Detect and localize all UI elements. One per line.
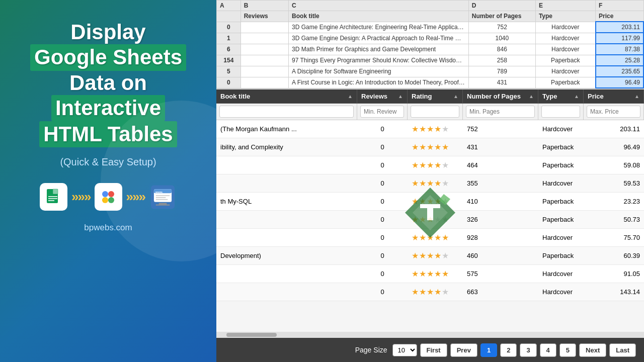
ss-booktitle-header: Book title <box>289 11 469 22</box>
star-full: ★ <box>427 269 434 279</box>
page-5-button[interactable]: 5 <box>559 343 576 357</box>
ss-cell-f: 117.99 <box>596 33 643 44</box>
td-reviews: 0 <box>357 193 408 211</box>
first-button[interactable]: First <box>420 343 447 357</box>
td-booktitle <box>216 174 357 193</box>
filter-input-reviews-container <box>357 104 408 120</box>
ss-cell-a: 154 <box>217 55 241 66</box>
td-booktitle: ibility, and Complexity <box>216 138 357 156</box>
scrollbar-thumb[interactable] <box>226 333 277 337</box>
td-price: 203.11 <box>584 120 644 138</box>
td-booktitle <box>216 156 357 174</box>
ss-type-header: Type <box>535 11 595 22</box>
main-title: Display Google Sheets Data on Interactiv… <box>30 20 186 147</box>
star-full: ★ <box>434 142 441 152</box>
page-1-button[interactable]: 1 <box>480 343 497 357</box>
star-full: ★ <box>419 251 426 260</box>
filter-input-pages[interactable] <box>466 106 535 118</box>
td-pages: 752 <box>463 120 538 138</box>
filter-input-price[interactable] <box>587 106 640 118</box>
star-full: ★ <box>427 233 434 242</box>
td-booktitle <box>216 211 357 229</box>
star-half: ★ <box>434 287 441 297</box>
td-price: 50.73 <box>584 211 644 229</box>
td-type: Paperback <box>538 211 584 229</box>
star-rating: ★★★★★ <box>412 251 449 260</box>
ss-cell-c: 97 Things Every Programmer Should Know: … <box>289 55 469 66</box>
star-half: ★ <box>434 197 441 206</box>
ss-cell-d: 789 <box>468 66 535 77</box>
td-reviews: 0 <box>357 211 408 229</box>
td-reviews: 0 <box>357 265 408 283</box>
star-empty: ★ <box>434 215 441 224</box>
page-3-button[interactable]: 3 <box>520 343 536 357</box>
td-rating: ★★★★★ <box>408 156 463 174</box>
star-half: ★ <box>434 124 441 134</box>
star-rating: ★★★★★ <box>412 142 449 152</box>
ss-reviews-header: Reviews <box>240 11 288 22</box>
next-button[interactable]: Next <box>579 343 606 357</box>
filter-input-booktitle[interactable] <box>219 106 354 118</box>
filter-header-booktitle[interactable]: Book title ▲ <box>216 89 357 103</box>
star-full: ★ <box>427 287 434 297</box>
ss-cell-f: 203.11 <box>596 22 643 33</box>
td-pages: 575 <box>463 265 538 283</box>
td-pages: 355 <box>463 174 538 193</box>
filter-input-type[interactable] <box>541 106 580 118</box>
filter-input-rating[interactable] <box>411 106 459 118</box>
last-button[interactable]: Last <box>609 343 636 357</box>
svg-rect-2 <box>53 189 58 194</box>
ss-cell-f: 87.38 <box>596 44 643 55</box>
table-row: th My-SQL 0 ★★★★★ 410 Paperback 23.23 <box>216 193 644 211</box>
filter-header-type[interactable]: Type ▲ <box>538 89 584 103</box>
star-full: ★ <box>412 197 419 206</box>
ss-cell-d: 431 <box>468 77 535 88</box>
svg-rect-4 <box>48 196 57 197</box>
filter-header-reviews[interactable]: Reviews ▲ <box>357 89 408 103</box>
ss-row: 5 A Discipline for Software Engineering … <box>217 66 644 77</box>
page-2-button[interactable]: 2 <box>500 343 517 357</box>
google-sheets-icon <box>40 183 67 211</box>
svg-rect-17 <box>159 203 167 205</box>
td-type: Paperback <box>538 156 584 174</box>
star-empty: ★ <box>442 124 449 134</box>
td-pages: 928 <box>463 229 538 247</box>
ss-cell-f: 235.65 <box>596 66 643 77</box>
data-table: (The Morgan Kaufmann ... 0 ★★★★★ 752 Har… <box>216 120 644 301</box>
star-full: ★ <box>412 178 419 188</box>
td-type: Paperback <box>538 193 584 211</box>
td-type: Hardcover <box>538 174 584 193</box>
ss-pages-header: Number of Pages <box>468 11 535 22</box>
td-rating: ★★★★★ <box>408 193 463 211</box>
page-size-select[interactable]: 10 5 20 50 <box>392 344 417 356</box>
title-highlight2: HTML Tables <box>39 121 177 147</box>
star-rating: ★★★★★ <box>412 215 449 224</box>
td-type: Paperback <box>538 247 584 265</box>
ss-cell-b <box>240 33 288 44</box>
domain-label: bpwebs.com <box>84 223 132 233</box>
filter-header-pages[interactable]: Number of Pages ▲ <box>463 89 538 103</box>
star-rating: ★★★★★ <box>412 197 449 206</box>
filter-input-type-container <box>538 104 584 120</box>
svg-rect-5 <box>48 198 57 199</box>
horizontal-scrollbar[interactable] <box>216 332 644 338</box>
spreadsheet-table: A B C D E F Reviews Book title Number of… <box>216 0 644 88</box>
title-line3: Data on <box>69 71 147 95</box>
page-4-button[interactable]: 4 <box>540 343 556 357</box>
ss-cell-b <box>240 22 288 33</box>
arrow-icon-2: »»» <box>126 189 145 205</box>
ss-cell-e: Hardcover <box>535 44 595 55</box>
filter-header-rating[interactable]: Rating ▲ <box>408 89 463 103</box>
star-full: ★ <box>427 197 434 206</box>
filter-input-reviews[interactable] <box>360 106 404 118</box>
td-rating: ★★★★★ <box>408 283 463 301</box>
star-empty: ★ <box>442 197 449 206</box>
star-full: ★ <box>412 287 419 297</box>
prev-button[interactable]: Prev <box>450 343 477 357</box>
star-full: ★ <box>427 160 434 170</box>
title-line1: Display <box>70 20 145 44</box>
td-reviews: 0 <box>357 156 408 174</box>
filter-header-price[interactable]: Price ▲ <box>584 89 644 103</box>
star-rating: ★★★★★ <box>412 287 449 297</box>
star-empty: ★ <box>442 287 449 297</box>
